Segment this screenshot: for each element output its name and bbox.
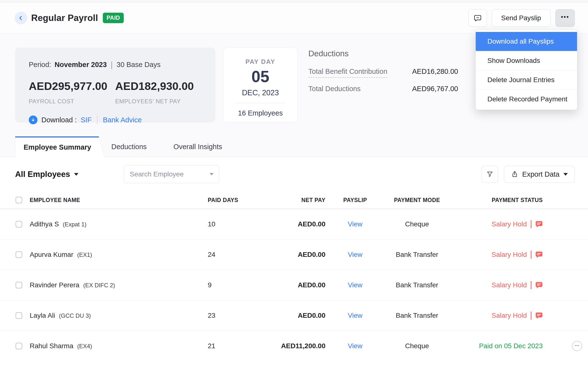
deduction-row: Total Benefit ContributionAED16,280.00 (308, 67, 469, 76)
payslip-view-link[interactable]: View (348, 281, 362, 289)
period-label: Period: (29, 61, 51, 69)
chevron-down-icon (210, 173, 214, 175)
menu-item[interactable]: Delete Recorded Payment (476, 89, 577, 109)
row-checkbox[interactable] (16, 251, 22, 258)
search-employee-input[interactable] (129, 170, 210, 178)
payment-mode: Bank Transfer (388, 312, 446, 319)
tab-bar: Employee SummaryDeductionsOverall Insigh… (0, 136, 588, 157)
table-row: Adithya S (Expat 1)10AED0.00ViewChequeSa… (0, 209, 588, 240)
payslip-view-link[interactable]: View (348, 342, 362, 350)
payday-employee-count: 16 Employees (223, 109, 297, 117)
search-employee-box (124, 165, 219, 183)
hold-comment-icon[interactable] (535, 312, 543, 319)
row-checkbox[interactable] (16, 343, 22, 349)
toolbar-right: Export Data (482, 166, 575, 183)
employee-filter-label: All Employees (15, 170, 70, 179)
payment-mode: Cheque (388, 342, 446, 350)
payment-mode: Cheque (388, 220, 446, 228)
filter-button[interactable] (482, 166, 498, 183)
table-row: Layla Ali (GCC DU 3)23AED0.00ViewBank Tr… (0, 300, 588, 331)
chat-bubble-icon (535, 312, 543, 319)
table-row: Ravinder Perera (EX DIFC 2)9AED0.00ViewB… (0, 270, 588, 300)
comment-bubble-icon (474, 14, 482, 22)
back-button[interactable] (15, 12, 27, 24)
period-summary-card: Period: November 2023 | 30 Base Days AED… (15, 48, 215, 123)
menu-item[interactable]: Show Downloads (476, 51, 577, 70)
employee-code: (EX DIFC 2) (83, 282, 115, 289)
payment-mode: Bank Transfer (388, 251, 446, 259)
status-label: Salary Hold (492, 281, 527, 289)
deductions-rows: Total Benefit ContributionAED16,280.00To… (308, 67, 469, 93)
column-header-payslip: PAYSLIP (336, 197, 374, 203)
content-area: All Employees Export Data (0, 157, 588, 366)
hold-comment-icon[interactable] (535, 251, 543, 258)
column-header-payment-mode: PAYMENT MODE (388, 197, 446, 203)
tab-overall-insights[interactable]: Overall Insights (160, 136, 236, 157)
tab-employee-summary[interactable]: Employee Summary (15, 136, 98, 157)
download-link-bank-advice[interactable]: Bank Advice (103, 116, 142, 124)
net-pay: AED0.00 (298, 251, 325, 259)
menu-item[interactable]: Delete Journal Entries (476, 70, 577, 89)
hold-comment-icon[interactable] (535, 221, 543, 228)
employee-name: Rahul Sharma (EX4) (30, 342, 92, 350)
more-actions-button[interactable]: ••• (555, 9, 575, 27)
tab-deductions[interactable]: Deductions (98, 136, 160, 157)
deductions-title: Deductions (308, 49, 469, 58)
payment-status-hold: Salary Hold (492, 250, 543, 259)
download-icon[interactable] (29, 116, 38, 124)
status-divider (531, 311, 531, 320)
column-header-payment-status: PAYMENT STATUS (492, 197, 543, 203)
download-links: SIFBank Advice (81, 116, 142, 124)
employee-name: Layla Ali (GCC DU 3) (30, 312, 91, 319)
chevron-down-icon (74, 173, 78, 176)
employee-name: Apurva Kumar (EX1) (30, 251, 92, 259)
payroll-cost-label: PAYROLL COST (29, 98, 115, 105)
payment-status-hold: Salary Hold (492, 311, 543, 320)
menu-item[interactable]: Download all Payslips (476, 32, 577, 51)
payslip-view-link[interactable]: View (348, 312, 362, 319)
table-toolbar: All Employees Export Data (15, 165, 575, 183)
status-divider (531, 220, 531, 228)
row-checkbox[interactable] (16, 221, 22, 228)
paid-days: 9 (208, 281, 212, 289)
send-payslip-button[interactable]: Send Payslip (492, 9, 550, 27)
payday-day: 05 (223, 68, 297, 85)
deduction-label: Total Deductions (308, 85, 412, 93)
payslip-view-link[interactable]: View (348, 220, 362, 228)
status-label: Salary Hold (492, 251, 527, 259)
funnel-icon (486, 171, 493, 178)
column-header-paid-days: PAID DAYS (208, 197, 238, 203)
select-all-checkbox[interactable] (16, 197, 22, 203)
amounts-row: AED295,977.00 PAYROLL COST AED182,930.00… (29, 80, 202, 105)
payslip-view-link[interactable]: View (348, 251, 362, 258)
export-data-button[interactable]: Export Data (504, 166, 575, 183)
page-title: Regular Payroll (31, 13, 98, 23)
hold-comment-icon[interactable] (535, 282, 543, 289)
employee-code: (GCC DU 3) (59, 312, 91, 319)
chevron-down-icon (563, 173, 568, 176)
base-days: 30 Base Days (117, 61, 161, 69)
payday-date: DEC, 2023 (223, 88, 297, 97)
row-checkbox[interactable] (16, 282, 22, 289)
payday-divider (236, 103, 285, 103)
deduction-value: AED96,767.00 (412, 85, 458, 93)
export-label: Export Data (522, 170, 560, 178)
net-pay: AED0.00 (298, 312, 325, 319)
comment-button[interactable] (468, 9, 487, 27)
status-badge: PAID (103, 13, 123, 23)
table-header-row: EMPLOYEE NAMEPAID DAYSNET PAYPAYSLIPPAYM… (0, 192, 588, 209)
employee-code: (EX4) (77, 343, 92, 349)
download-link-sif[interactable]: SIF (81, 116, 92, 124)
chat-bubble-icon (535, 221, 543, 228)
chat-bubble-icon (535, 282, 543, 289)
chat-bubble-icon (535, 251, 543, 258)
column-header-net-pay: NET PAY (301, 197, 325, 203)
payment-status-hold: Salary Hold (492, 281, 543, 289)
employee-filter-dropdown[interactable]: All Employees (15, 170, 78, 179)
payroll-cost-block: AED295,977.00 PAYROLL COST (29, 80, 115, 105)
row-more-button[interactable]: ••• (572, 341, 582, 351)
net-pay-value: AED182,930.00 (115, 80, 202, 93)
period-separator: | (111, 60, 113, 69)
row-checkbox[interactable] (16, 312, 22, 319)
net-pay-block: AED182,930.00 EMPLOYEES' NET PAY (115, 80, 202, 105)
